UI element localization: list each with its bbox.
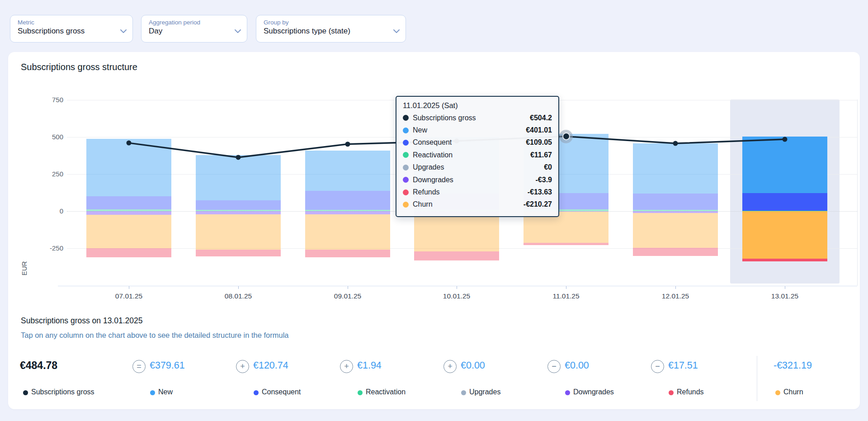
formula-row: €484.78 Subscriptions gross -€321.19 Chu… bbox=[8, 354, 860, 408]
tooltip-row: Refunds-€13.63 bbox=[403, 186, 552, 198]
reactivation-label: Reactivation bbox=[366, 388, 406, 396]
formula-operator-icon: + bbox=[443, 360, 457, 373]
x-axis-tick bbox=[457, 286, 457, 289]
x-axis-tick bbox=[348, 286, 348, 289]
bar-segment-refunds[interactable] bbox=[742, 259, 827, 261]
group-by-dropdown[interactable]: Group by Subscriptions type (state) bbox=[256, 15, 406, 43]
consequent-value: €120.74 bbox=[253, 360, 288, 371]
hovered-point-dot bbox=[562, 132, 570, 140]
new-legend-dot bbox=[150, 390, 155, 395]
refunds-value: €17.51 bbox=[668, 360, 698, 371]
bar-segment-new[interactable] bbox=[305, 151, 390, 191]
bar-segment-refunds[interactable] bbox=[414, 251, 499, 260]
x-axis-line bbox=[58, 286, 857, 286]
churn-value: -€321.19 bbox=[774, 360, 812, 371]
group-by-label: Group by bbox=[264, 19, 387, 26]
tooltip-series-value: €109.05 bbox=[526, 138, 552, 147]
consequent-label: Consequent bbox=[262, 388, 301, 396]
bar-segment-refunds[interactable] bbox=[524, 243, 609, 245]
bar-segment-refunds[interactable] bbox=[86, 248, 171, 257]
x-axis-label: 10.01.25 bbox=[425, 292, 488, 300]
churn-legend-dot bbox=[775, 390, 780, 395]
plot-right-border bbox=[857, 99, 858, 286]
churn-label: Churn bbox=[783, 388, 803, 396]
tooltip-row: Subscriptions gross€504.2 bbox=[403, 112, 552, 124]
tooltip-series-name: Consequent bbox=[413, 138, 452, 147]
new-label: New bbox=[158, 388, 173, 396]
consequent-dot-icon bbox=[403, 140, 409, 146]
bar-segment-new[interactable] bbox=[86, 139, 171, 196]
aggregation-period-dropdown[interactable]: Aggregation period Day bbox=[141, 15, 247, 43]
y-axis-tick-label: 0 bbox=[27, 207, 63, 215]
x-axis-label: 12.01.25 bbox=[644, 292, 707, 300]
total-label: Subscriptions gross bbox=[31, 388, 94, 396]
reactivation-value: €1.94 bbox=[357, 360, 382, 371]
x-axis-label: 09.01.25 bbox=[316, 292, 379, 300]
bar-segment-new[interactable] bbox=[742, 137, 827, 193]
bar-segment-churn[interactable] bbox=[742, 211, 827, 259]
tooltip-series-name: Reactivation bbox=[413, 151, 453, 159]
bar-segment-churn[interactable] bbox=[633, 213, 718, 248]
bar-segment-consequent[interactable] bbox=[633, 194, 718, 210]
tooltip-series-value: €401.01 bbox=[526, 126, 552, 134]
summary-hint: Tap on any column on the chart above to … bbox=[21, 331, 289, 340]
downgrades-legend-dot bbox=[565, 390, 570, 395]
bar-segment-new[interactable] bbox=[633, 143, 718, 194]
upgrades-value: €0.00 bbox=[461, 360, 485, 371]
tooltip-row: Reactivation€11.67 bbox=[403, 149, 552, 161]
tooltip-series-name: Churn bbox=[413, 200, 433, 208]
bar-segment-consequent[interactable] bbox=[742, 193, 827, 211]
refunds-legend-dot bbox=[669, 390, 674, 395]
chart-card: Subscriptions gross structure 7505002500… bbox=[8, 52, 860, 409]
tooltip-date: 11.01.2025 (Sat) bbox=[403, 101, 552, 110]
tooltip-series-name: Subscriptions gross bbox=[413, 114, 476, 122]
bar-segment-churn[interactable] bbox=[414, 214, 499, 251]
metric-dropdown-label: Metric bbox=[18, 19, 114, 26]
y-axis-title: EUR bbox=[20, 261, 28, 276]
formula-operator-icon: + bbox=[236, 360, 249, 373]
x-axis-tick bbox=[566, 286, 566, 289]
x-axis-tick bbox=[675, 286, 676, 289]
y-axis-tick-label: 250 bbox=[27, 170, 63, 178]
reactivation-legend-dot bbox=[358, 390, 363, 395]
chevron-down-icon bbox=[120, 27, 127, 35]
subscriptions-gross-legend-dot bbox=[23, 390, 28, 395]
metric-dropdown[interactable]: Metric Subscriptions gross bbox=[10, 15, 133, 43]
bar-segment-refunds[interactable] bbox=[633, 248, 718, 256]
downgrades-value: €0.00 bbox=[565, 360, 589, 371]
bar-segment-churn[interactable] bbox=[86, 215, 171, 248]
tooltip-series-value: €504.2 bbox=[530, 114, 552, 122]
chart-tooltip: 11.01.2025 (Sat) Subscriptions gross€504… bbox=[396, 96, 559, 217]
churn-divider bbox=[757, 356, 757, 401]
aggregation-period-value: Day bbox=[149, 27, 229, 36]
tooltip-series-name: New bbox=[413, 126, 427, 134]
tooltip-series-name: Refunds bbox=[413, 188, 440, 196]
metric-dropdown-value: Subscriptions gross bbox=[18, 27, 114, 36]
x-axis-label: 08.01.25 bbox=[207, 292, 270, 300]
bar-segment-consequent[interactable] bbox=[305, 191, 390, 210]
bar-segment-refunds[interactable] bbox=[196, 250, 281, 256]
formula-operator-icon: + bbox=[340, 360, 353, 373]
tooltip-series-value: €0 bbox=[544, 163, 552, 171]
formula-operator-icon: − bbox=[547, 360, 561, 373]
aggregation-period-label: Aggregation period bbox=[149, 19, 229, 26]
tooltip-row: New€401.01 bbox=[403, 124, 552, 136]
tooltip-row: Downgrades-€3.9 bbox=[403, 174, 552, 186]
bar-segment-consequent[interactable] bbox=[196, 200, 281, 210]
bar-segment-refunds[interactable] bbox=[305, 250, 390, 257]
bar-segment-downgrades[interactable] bbox=[86, 211, 171, 215]
tooltip-row: Upgrades€0 bbox=[403, 161, 552, 174]
x-axis-label: 11.01.25 bbox=[534, 292, 598, 300]
summary-heading: Subscriptions gross on 13.01.2025 bbox=[21, 316, 142, 326]
upgrades-label: Upgrades bbox=[469, 388, 500, 396]
bar-segment-churn[interactable] bbox=[196, 214, 281, 250]
chevron-down-icon bbox=[235, 27, 241, 35]
bar-segment-consequent[interactable] bbox=[86, 196, 171, 210]
x-axis-label: 13.01.25 bbox=[753, 292, 816, 300]
tooltip-series-value: -€210.27 bbox=[524, 200, 552, 208]
refunds-label: Refunds bbox=[677, 388, 704, 396]
bar-segment-new[interactable] bbox=[196, 155, 281, 200]
tooltip-series-value: -€13.63 bbox=[528, 188, 552, 196]
y-axis-tick-label: 500 bbox=[27, 133, 63, 141]
bar-segment-churn[interactable] bbox=[305, 214, 390, 250]
